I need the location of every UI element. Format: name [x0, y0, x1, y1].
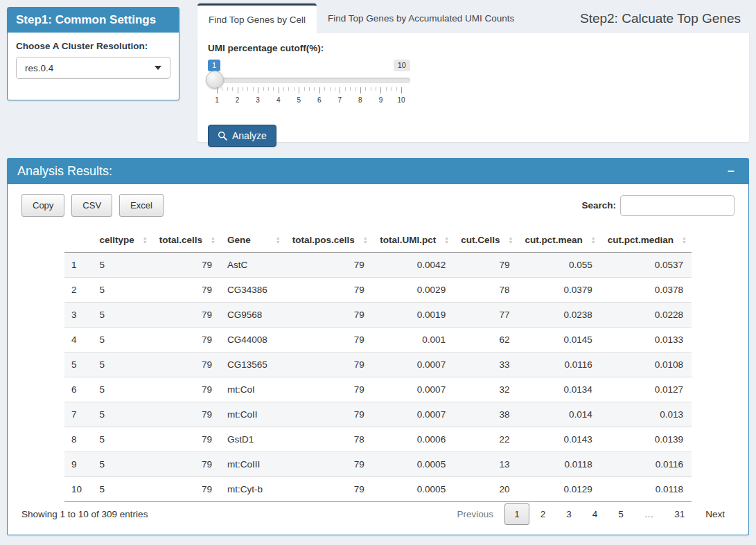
table-cell: 5	[92, 278, 152, 303]
column-header-total-cells[interactable]: total.cells▲▼	[152, 228, 220, 253]
page-button-5[interactable]: 5	[608, 503, 633, 525]
column-header-total-umi-pct[interactable]: total.UMI.pct▲▼	[373, 228, 454, 253]
page-button-1[interactable]: 1	[504, 503, 529, 525]
slider-tick-label: 7	[338, 96, 342, 104]
table-cell: 79	[285, 377, 373, 402]
row-number-cell: 1	[64, 253, 92, 278]
slider-tick	[309, 87, 310, 91]
rowname-header	[64, 228, 92, 253]
table-cell: 0.0228	[601, 303, 692, 328]
table-search: Search:	[581, 195, 735, 216]
row-number-cell: 2	[64, 278, 92, 303]
search-input[interactable]	[620, 195, 735, 216]
table-info: Showing 1 to 10 of 309 entries	[21, 509, 148, 519]
row-number-cell: 8	[64, 427, 92, 452]
table-cell: 0.001	[373, 328, 454, 352]
sort-icon: ▲▼	[682, 236, 687, 244]
sort-icon: ▲▼	[508, 236, 513, 244]
table-row[interactable]: 1579AstC790.0042790.0550.0537	[64, 253, 692, 278]
slider-tick	[380, 87, 381, 93]
table-cell: CG13565	[220, 352, 285, 377]
tab-find-top-genes-by-umi[interactable]: Find Top Genes by Accumulated UMI Counts	[317, 3, 525, 33]
column-header-cut-pct-mean[interactable]: cut.pct.mean▲▼	[518, 228, 600, 253]
column-header-label: total.UMI.pct	[380, 235, 436, 245]
slider-handle[interactable]	[206, 71, 224, 89]
table-cell: 79	[285, 303, 373, 328]
table-cell: 0.0134	[518, 377, 600, 402]
copy-button[interactable]: Copy	[21, 194, 64, 217]
table-row[interactable]: 5579CG13565790.0007330.01160.0108	[64, 352, 692, 377]
column-header-total-pos-cells[interactable]: total.pos.cells▲▼	[285, 228, 373, 253]
page-button-31[interactable]: 31	[665, 503, 694, 525]
analyze-button[interactable]: Analyze	[208, 125, 276, 147]
row-number-cell: 7	[64, 402, 92, 427]
column-header-cut-pct-median[interactable]: cut.pct.median▲▼	[601, 228, 692, 253]
table-cell: 32	[454, 377, 518, 402]
collapse-icon[interactable]: −	[723, 163, 739, 179]
slider-tick	[350, 87, 351, 91]
table-cell: 0.013	[601, 402, 692, 427]
table-cell: 79	[152, 377, 220, 402]
table-row[interactable]: 6579mt:CoI790.0007320.01340.0127	[64, 377, 692, 402]
page-button-2[interactable]: 2	[531, 503, 556, 525]
slider-track[interactable]	[208, 78, 410, 83]
table-cell: 79	[152, 303, 220, 328]
page-button-3[interactable]: 3	[556, 503, 581, 525]
table-cell: 0.0007	[373, 352, 454, 377]
step1-title: Step1: Common Settings	[8, 8, 179, 33]
column-header-label: cut.Cells	[461, 235, 500, 245]
column-header-cut-cells[interactable]: cut.Cells▲▼	[454, 228, 518, 253]
excel-button[interactable]: Excel	[119, 194, 164, 217]
table-cell: mt:CoII	[220, 402, 285, 427]
slider-tick	[396, 87, 397, 91]
next-page-button[interactable]: Next	[696, 503, 735, 525]
table-row[interactable]: 4579CG44008790.001620.01450.0133	[64, 328, 692, 352]
table-row[interactable]: 3579CG9568790.0019770.02380.0228	[64, 303, 692, 328]
table-cell: 0.0006	[373, 427, 454, 452]
slider-tick	[319, 87, 320, 93]
slider-tick	[335, 87, 335, 91]
slider-tick	[314, 87, 315, 91]
table-row[interactable]: 10579mt:Cyt-b790.0005200.01290.0118	[64, 477, 692, 502]
table-cell: 0.0379	[518, 278, 600, 303]
table-cell: CG9568	[220, 303, 285, 328]
slider-tick	[324, 87, 325, 91]
column-header-celltype[interactable]: celltype▲▼	[92, 228, 152, 253]
table-cell: 79	[285, 477, 373, 502]
column-header-label: cut.pct.median	[608, 235, 674, 245]
tab-find-top-genes-by-cell[interactable]: Find Top Genes by Cell	[197, 3, 317, 33]
slider-tick-label: 2	[236, 96, 240, 104]
table-cell: 0.0005	[373, 452, 454, 477]
table-cell: 0.0116	[518, 352, 600, 377]
table-cell: mt:CoIII	[220, 452, 285, 477]
table-row[interactable]: 2579CG34386790.0029780.03790.0378	[64, 278, 692, 303]
slider-tick	[294, 87, 295, 91]
table-cell: 20	[454, 477, 518, 502]
umi-cutoff-slider[interactable]: 1 10 12345678910	[208, 60, 410, 109]
csv-button[interactable]: CSV	[71, 194, 112, 217]
table-row[interactable]: 7579mt:CoII790.0007380.0140.013	[64, 402, 692, 427]
search-label: Search:	[581, 200, 616, 211]
table-cell: 79	[152, 452, 220, 477]
table-cell: 79	[152, 427, 220, 452]
table-cell: 79	[285, 278, 373, 303]
slider-tick-label: 8	[358, 96, 362, 104]
page-button-4[interactable]: 4	[583, 503, 608, 525]
table-cell: 5	[92, 328, 152, 352]
table-cell: 0.0127	[601, 377, 692, 402]
column-header-gene[interactable]: Gene▲▼	[220, 228, 285, 253]
cluster-resolution-select[interactable]: res.0.4	[16, 57, 170, 79]
slider-tick	[247, 87, 248, 91]
caret-down-icon	[155, 66, 161, 70]
table-cell: 79	[152, 352, 220, 377]
previous-page-button[interactable]: Previous	[448, 503, 504, 525]
table-cell: 79	[285, 352, 373, 377]
slider-tick	[253, 87, 254, 91]
table-cell: 0.0005	[373, 477, 454, 502]
table-row[interactable]: 9579mt:CoIII790.0005130.01180.0116	[64, 452, 692, 477]
table-cell: 0.0378	[601, 278, 692, 303]
slider-tick	[217, 87, 218, 93]
slider-tick	[355, 87, 356, 91]
table-row[interactable]: 8579GstD1780.0006220.01430.0139	[64, 427, 692, 452]
step2-panel: Find Top Genes by Cell Find Top Genes by…	[197, 3, 749, 142]
